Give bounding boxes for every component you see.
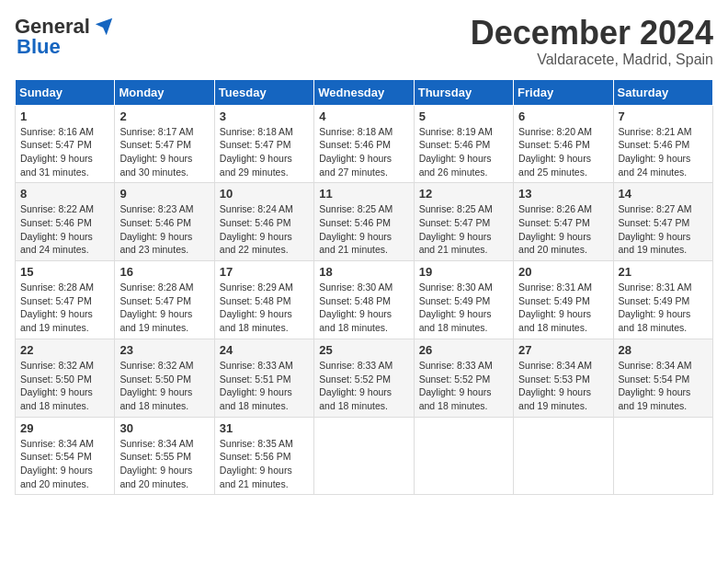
calendar-cell — [414, 417, 513, 495]
day-info: Sunrise: 8:24 AMSunset: 5:46 PMDaylight:… — [220, 202, 309, 257]
calendar-cell: 23Sunrise: 8:32 AMSunset: 5:50 PMDayligh… — [115, 339, 214, 417]
day-number: 25 — [319, 343, 408, 357]
calendar-header-row: SundayMondayTuesdayWednesdayThursdayFrid… — [16, 79, 713, 105]
logo: General Blue — [15, 15, 114, 59]
header: General Blue December 2024 Valdaracete, … — [15, 15, 713, 68]
day-info: Sunrise: 8:34 AMSunset: 5:54 PMDaylight:… — [20, 437, 109, 491]
location-title: Valdaracete, Madrid, Spain — [471, 52, 713, 68]
day-number: 17 — [220, 265, 309, 279]
day-number: 26 — [419, 343, 508, 357]
day-info: Sunrise: 8:23 AMSunset: 5:46 PMDaylight:… — [119, 202, 209, 257]
calendar-cell — [514, 417, 613, 495]
day-number: 6 — [518, 109, 608, 123]
calendar-week-3: 15Sunrise: 8:28 AMSunset: 5:47 PMDayligh… — [16, 261, 713, 339]
day-info: Sunrise: 8:18 AMSunset: 5:47 PMDaylight:… — [220, 125, 309, 179]
calendar-cell: 26Sunrise: 8:33 AMSunset: 5:52 PMDayligh… — [414, 339, 513, 417]
day-info: Sunrise: 8:33 AMSunset: 5:52 PMDaylight:… — [419, 359, 508, 413]
day-number: 15 — [20, 265, 109, 279]
calendar-cell: 25Sunrise: 8:33 AMSunset: 5:52 PMDayligh… — [314, 339, 414, 417]
day-number: 5 — [419, 109, 508, 123]
day-number: 16 — [119, 265, 209, 279]
day-number: 1 — [20, 109, 109, 123]
day-info: Sunrise: 8:35 AMSunset: 5:56 PMDaylight:… — [220, 437, 309, 491]
day-info: Sunrise: 8:28 AMSunset: 5:47 PMDaylight:… — [119, 281, 209, 335]
calendar-cell: 21Sunrise: 8:31 AMSunset: 5:49 PMDayligh… — [613, 261, 712, 339]
day-number: 13 — [518, 187, 608, 201]
calendar-cell: 29Sunrise: 8:34 AMSunset: 5:54 PMDayligh… — [16, 417, 115, 495]
calendar-cell: 19Sunrise: 8:30 AMSunset: 5:49 PMDayligh… — [414, 261, 513, 339]
calendar-cell: 24Sunrise: 8:33 AMSunset: 5:51 PMDayligh… — [214, 339, 313, 417]
day-info: Sunrise: 8:18 AMSunset: 5:46 PMDaylight:… — [319, 125, 408, 179]
calendar-cell: 20Sunrise: 8:31 AMSunset: 5:49 PMDayligh… — [514, 261, 613, 339]
calendar-cell: 11Sunrise: 8:25 AMSunset: 5:46 PMDayligh… — [314, 183, 414, 261]
logo-blue-text: Blue — [17, 35, 61, 59]
calendar-header-wednesday: Wednesday — [314, 79, 414, 105]
calendar-cell — [314, 417, 414, 495]
day-number: 11 — [319, 187, 408, 201]
calendar-cell: 17Sunrise: 8:29 AMSunset: 5:48 PMDayligh… — [214, 261, 313, 339]
day-info: Sunrise: 8:20 AMSunset: 5:46 PMDaylight:… — [518, 125, 608, 179]
day-info: Sunrise: 8:26 AMSunset: 5:47 PMDaylight:… — [518, 202, 608, 257]
day-info: Sunrise: 8:30 AMSunset: 5:48 PMDaylight:… — [319, 281, 408, 335]
calendar-header-tuesday: Tuesday — [214, 79, 313, 105]
calendar-cell: 4Sunrise: 8:18 AMSunset: 5:46 PMDaylight… — [314, 105, 414, 183]
calendar-cell: 10Sunrise: 8:24 AMSunset: 5:46 PMDayligh… — [214, 183, 313, 261]
day-info: Sunrise: 8:17 AMSunset: 5:47 PMDaylight:… — [119, 125, 209, 179]
day-number: 2 — [119, 109, 209, 123]
day-number: 29 — [20, 421, 109, 435]
day-info: Sunrise: 8:32 AMSunset: 5:50 PMDaylight:… — [20, 359, 109, 413]
calendar-body: 1Sunrise: 8:16 AMSunset: 5:47 PMDaylight… — [16, 105, 713, 495]
day-number: 28 — [619, 343, 708, 357]
day-number: 9 — [119, 187, 209, 201]
day-info: Sunrise: 8:30 AMSunset: 5:49 PMDaylight:… — [419, 281, 508, 335]
calendar-week-4: 22Sunrise: 8:32 AMSunset: 5:50 PMDayligh… — [16, 339, 713, 417]
calendar-cell: 12Sunrise: 8:25 AMSunset: 5:47 PMDayligh… — [414, 183, 513, 261]
day-info: Sunrise: 8:21 AMSunset: 5:46 PMDaylight:… — [619, 125, 708, 179]
day-info: Sunrise: 8:27 AMSunset: 5:47 PMDaylight:… — [619, 202, 708, 257]
calendar-cell: 9Sunrise: 8:23 AMSunset: 5:46 PMDaylight… — [115, 183, 214, 261]
day-number: 30 — [119, 421, 209, 435]
calendar-cell: 15Sunrise: 8:28 AMSunset: 5:47 PMDayligh… — [16, 261, 115, 339]
day-number: 7 — [619, 109, 708, 123]
day-number: 12 — [419, 187, 508, 201]
calendar-header-thursday: Thursday — [414, 79, 513, 105]
calendar-cell — [613, 417, 712, 495]
day-info: Sunrise: 8:22 AMSunset: 5:46 PMDaylight:… — [20, 202, 109, 257]
day-number: 31 — [220, 421, 309, 435]
calendar-cell: 13Sunrise: 8:26 AMSunset: 5:47 PMDayligh… — [514, 183, 613, 261]
calendar-header-friday: Friday — [514, 79, 613, 105]
day-number: 21 — [619, 265, 708, 279]
day-number: 20 — [518, 265, 608, 279]
calendar-cell: 2Sunrise: 8:17 AMSunset: 5:47 PMDaylight… — [115, 105, 214, 183]
day-info: Sunrise: 8:32 AMSunset: 5:50 PMDaylight:… — [119, 359, 209, 413]
logo-bird-icon — [94, 17, 114, 37]
day-info: Sunrise: 8:25 AMSunset: 5:46 PMDaylight:… — [319, 202, 408, 257]
day-info: Sunrise: 8:34 AMSunset: 5:55 PMDaylight:… — [119, 437, 209, 491]
calendar-cell: 31Sunrise: 8:35 AMSunset: 5:56 PMDayligh… — [214, 417, 313, 495]
month-title: December 2024 — [471, 15, 713, 52]
calendar-cell: 16Sunrise: 8:28 AMSunset: 5:47 PMDayligh… — [115, 261, 214, 339]
calendar-cell: 30Sunrise: 8:34 AMSunset: 5:55 PMDayligh… — [115, 417, 214, 495]
calendar-cell: 18Sunrise: 8:30 AMSunset: 5:48 PMDayligh… — [314, 261, 414, 339]
day-number: 23 — [119, 343, 209, 357]
calendar-cell: 8Sunrise: 8:22 AMSunset: 5:46 PMDaylight… — [16, 183, 115, 261]
day-info: Sunrise: 8:19 AMSunset: 5:46 PMDaylight:… — [419, 125, 508, 179]
calendar-header-saturday: Saturday — [613, 79, 712, 105]
day-number: 10 — [220, 187, 309, 201]
title-area: December 2024 Valdaracete, Madrid, Spain — [471, 15, 713, 68]
day-info: Sunrise: 8:29 AMSunset: 5:48 PMDaylight:… — [220, 281, 309, 335]
calendar-cell: 22Sunrise: 8:32 AMSunset: 5:50 PMDayligh… — [16, 339, 115, 417]
day-number: 19 — [419, 265, 508, 279]
calendar-table: SundayMondayTuesdayWednesdayThursdayFrid… — [15, 79, 713, 496]
calendar-cell: 5Sunrise: 8:19 AMSunset: 5:46 PMDaylight… — [414, 105, 513, 183]
day-number: 18 — [319, 265, 408, 279]
day-info: Sunrise: 8:34 AMSunset: 5:53 PMDaylight:… — [518, 359, 608, 413]
day-number: 4 — [319, 109, 408, 123]
day-info: Sunrise: 8:34 AMSunset: 5:54 PMDaylight:… — [619, 359, 708, 413]
calendar-cell: 14Sunrise: 8:27 AMSunset: 5:47 PMDayligh… — [613, 183, 712, 261]
day-info: Sunrise: 8:33 AMSunset: 5:51 PMDaylight:… — [220, 359, 309, 413]
day-info: Sunrise: 8:16 AMSunset: 5:47 PMDaylight:… — [20, 125, 109, 179]
day-info: Sunrise: 8:31 AMSunset: 5:49 PMDaylight:… — [619, 281, 708, 335]
calendar-cell: 7Sunrise: 8:21 AMSunset: 5:46 PMDaylight… — [613, 105, 712, 183]
day-number: 27 — [518, 343, 608, 357]
